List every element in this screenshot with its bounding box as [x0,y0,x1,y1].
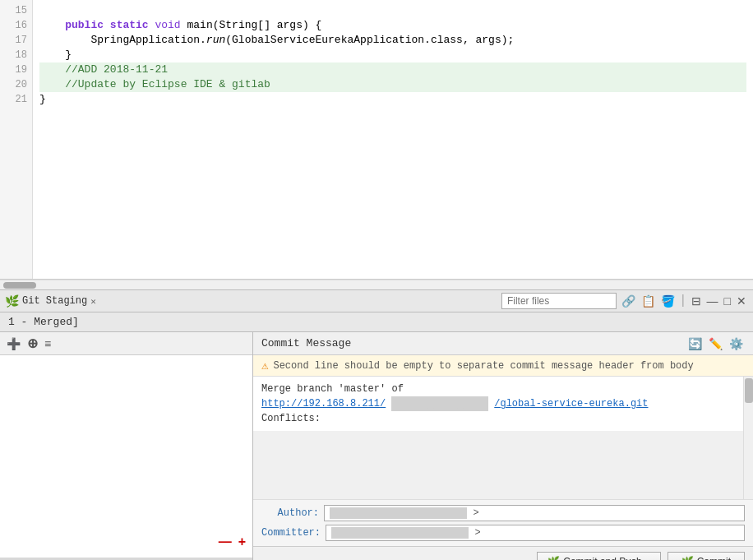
filter-area: 🔗 📋 🪣 | ⊟ — □ ✕ [501,293,748,309]
edit-icon-btn[interactable]: ✏️ [707,336,724,352]
commit-message-title: Commit Message [261,337,351,349]
right-panel: Commit Message 🔄 ✏️ ⚙️ ⚠️ Second line sh… [253,332,753,560]
author-field: █ > [324,505,745,521]
git-staging-tab[interactable]: 🌿 Git Staging ✕ [5,294,96,308]
code-line-16: public static void main(String[] args) { [39,18,746,33]
left-panel: ➕ ⊕ ≡ — + main/java/net/jieli/iot/eureka [0,332,253,560]
split-icon-btn[interactable]: ⊟ [690,293,703,309]
warning-icon: ⚠️ [261,359,268,373]
merged-text: 1 - Merged] [8,316,79,328]
bucket-icon-btn[interactable]: 🪣 [659,293,677,309]
commit-and-push-button[interactable]: 🌿 Commit and Push... [537,552,660,561]
committer-arrow: > [474,527,480,539]
warning-text: Second line should be empty to separate … [273,360,693,372]
committer-label: Committer: [261,527,321,539]
list-icon-btn[interactable]: ≡ [43,336,53,352]
code-line-15 [39,3,746,18]
git-staging-label: Git Staging [22,295,87,307]
committer-field: █ > [326,525,745,541]
scrollbar-thumb-v [745,378,753,403]
commit-icon: 🌿 [681,556,694,561]
code-line-20: //Update by Eclipse IDE & gitlab [39,77,746,92]
code-line-17: SpringApplication.run(GlobalServiceEurek… [39,33,746,48]
code-editor: 15 16 17 18 19 20 21 public static void … [0,0,753,280]
left-toolbar: ➕ ⊕ ≡ [0,332,252,355]
line-num-19: 19 [5,62,27,77]
commit-line-link[interactable]: http://192.168.8.211/ ████████ /global-s… [261,396,745,411]
red-icons-area: — + [217,533,247,551]
commit-push-icon: 🌿 [547,556,560,561]
bottom-bar: 🌿 Commit and Push... 🌿 Commit [253,546,753,560]
committer-row: Committer: █ > [253,523,753,543]
commit-text-wrapper[interactable]: Merge branch 'master' of http://192.168.… [253,377,753,499]
code-line-19: //ADD 2018-11-21 [39,62,746,77]
add-all-icon-btn[interactable]: ⊕ [25,334,39,353]
author-arrow: > [473,507,478,519]
redacted-url: ████████ [391,396,488,411]
line-num-18: 18 [5,48,27,62]
git-icon: 🌿 [5,294,19,308]
line-num-15: 15 [5,3,27,18]
close-panel-btn[interactable]: ✕ [735,293,748,309]
link-icon-btn[interactable]: 🔗 [620,293,637,309]
commit-text-content: Merge branch 'master' of http://192.168.… [253,377,753,431]
copy-icon-btn[interactable]: 📋 [640,293,657,309]
merged-label: 1 - Merged] [0,312,753,332]
settings-icon-btn[interactable]: ⚙️ [728,336,745,352]
code-content-area[interactable]: public static void main(String[] args) {… [33,0,753,279]
red-add-btn[interactable]: + [237,533,247,551]
left-content[interactable]: — + main/java/net/jieli/iot/eureka [0,355,252,560]
commit-header-icons: 🔄 ✏️ ⚙️ [686,336,745,352]
commit-push-label: Commit and Push... [563,556,649,561]
author-row: Author: █ > [253,503,753,523]
list-icon: ≡ [44,337,51,350]
line-num-21: 21 [5,92,27,107]
warning-bar: ⚠️ Second line should be empty to separa… [253,355,753,377]
commit-url-suffix[interactable]: /global-service-eureka.git [494,398,648,410]
vertical-scrollbar[interactable] [743,377,753,499]
add-all-icon: ⊕ [27,336,38,351]
commit-url-link[interactable]: http://192.168.8.211/ [261,398,386,410]
author-label: Author: [261,507,319,519]
line-num-17: 17 [5,33,27,48]
git-staging-bar: 🌿 Git Staging ✕ 🔗 📋 🪣 | ⊟ — □ ✕ [0,289,753,312]
line-num-20: 20 [5,77,27,92]
restore-icon-btn[interactable]: □ [723,293,732,309]
line-num-16: 16 [5,18,27,33]
main-content: ➕ ⊕ ≡ — + main/java/net/jieli/iot/eureka… [0,332,753,560]
refresh-icon-btn[interactable]: 🔄 [686,336,704,352]
add-icon: ➕ [7,337,21,350]
commit-message-header: Commit Message 🔄 ✏️ ⚙️ [253,332,753,355]
toolbar-icons: 🔗 📋 🪣 | ⊟ — □ ✕ [620,293,748,309]
code-line-21: } [39,92,746,107]
filter-files-input[interactable] [501,293,617,309]
close-tab-icon[interactable]: ✕ [90,296,96,307]
add-icon-btn[interactable]: ➕ [5,336,22,352]
author-committer-fields: Author: █ > Committer: █ > [253,499,753,546]
commit-line-conflicts: Conflicts: [261,411,745,426]
code-line-18: } [39,48,746,62]
line-numbers: 15 16 17 18 19 20 21 [0,0,33,279]
commit-line-1: Merge branch 'master' of [261,382,745,396]
scrollbar-thumb [3,282,36,289]
commit-button[interactable]: 🌿 Commit [668,552,745,561]
horizontal-scrollbar[interactable] [0,280,753,289]
minimize-icon-btn[interactable]: — [705,293,720,309]
red-minus-btn[interactable]: — [217,533,233,551]
commit-label: Commit [697,556,731,561]
